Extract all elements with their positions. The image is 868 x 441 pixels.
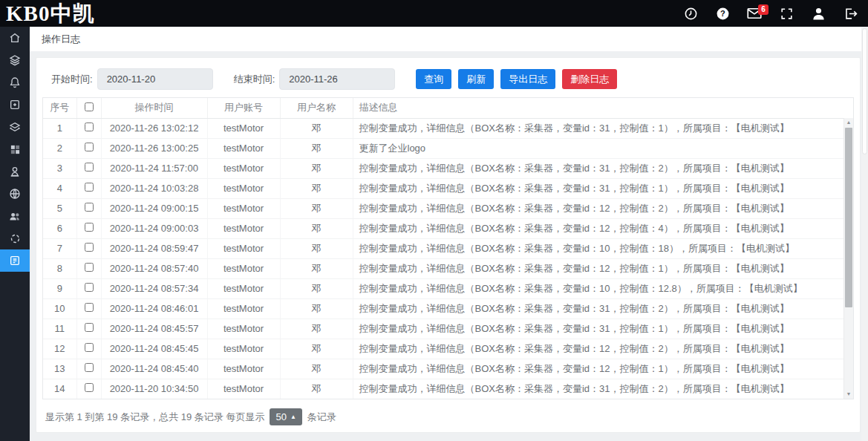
row-checkbox[interactable] (85, 263, 94, 272)
row-time: 2020-11-24 08:45:45 (101, 339, 207, 359)
row-checkbox[interactable] (85, 383, 94, 392)
row-description: 控制变量成功，详细信息（BOX名称：采集器，变量id：12，控制值：2），所属项… (353, 339, 853, 359)
table-row: 4 2020-11-24 10:03:28 testMotor 邓 控制变量成功… (43, 178, 853, 198)
table-body: 1 2020-11-26 13:02:12 testMotor 邓 控制变量成功… (43, 118, 853, 399)
log-icon[interactable] (0, 249, 30, 272)
end-time-label: 结束时间: (234, 73, 275, 86)
table-row: 7 2020-11-24 08:59:47 testMotor 邓 控制变量成功… (43, 238, 853, 258)
row-description: 控制变量成功，详细信息（BOX名称：采集器，变量id：31，控制值：2），所属项… (353, 379, 853, 399)
row-index: 12 (43, 339, 76, 359)
row-index: 4 (43, 178, 76, 198)
row-description: 控制变量成功，详细信息（BOX名称：采集器，变量id：12，控制值：2），所属项… (353, 198, 853, 218)
row-description: 控制变量成功，详细信息（BOX名称：采集器，变量id：31，控制值：2），所属项… (353, 298, 853, 318)
cloud-icon[interactable] (0, 227, 30, 249)
end-time-input[interactable] (279, 68, 395, 90)
row-name: 邓 (280, 198, 353, 218)
row-index: 11 (43, 318, 76, 339)
scrollbar-thumb[interactable] (845, 128, 852, 307)
row-time: 2020-11-26 13:00:25 (101, 138, 207, 158)
row-checkbox[interactable] (85, 343, 94, 352)
table-scrollbar[interactable]: ▲ ▼ (843, 118, 853, 399)
row-checkbox-cell (76, 379, 101, 399)
row-account: testMotor (207, 298, 280, 318)
globe-icon[interactable] (0, 183, 30, 205)
row-name: 邓 (280, 238, 353, 258)
row-checkbox[interactable] (85, 283, 94, 292)
row-index: 10 (43, 298, 76, 318)
clock-icon[interactable] (683, 6, 698, 21)
row-checkbox-cell (76, 238, 101, 258)
row-index: 6 (43, 218, 76, 238)
row-checkbox-cell (76, 218, 101, 238)
row-checkbox-cell (76, 318, 101, 339)
row-checkbox[interactable] (85, 122, 94, 131)
page-scrollbar[interactable] (861, 27, 868, 441)
users-icon[interactable] (0, 205, 30, 227)
layers-icon[interactable] (0, 49, 30, 71)
row-description: 控制变量成功，详细信息（BOX名称：采集器，变量id：31，控制值：1），所属项… (353, 118, 853, 138)
row-name: 邓 (280, 218, 353, 238)
page-scrollbar-thumb[interactable] (862, 28, 867, 154)
scroll-down-arrow[interactable]: ▼ (844, 391, 853, 398)
start-time-input[interactable] (97, 68, 213, 90)
row-description: 控制变量成功，详细信息（BOX名称：采集器，变量id：10，控制值：12.8），… (353, 278, 853, 298)
bell-icon[interactable] (0, 71, 30, 94)
caret-up-icon: ▲ (290, 414, 296, 420)
sidebar (0, 27, 30, 441)
user-pin-icon[interactable] (0, 160, 30, 183)
row-account: testMotor (207, 379, 280, 399)
row-time: 2020-11-24 08:59:47 (101, 238, 207, 258)
logout-icon[interactable] (843, 6, 858, 21)
mail-icon[interactable]: 6 (747, 6, 762, 21)
row-checkbox-cell (76, 138, 101, 158)
pagination-summary: 显示第 1 到第 19 条记录，总共 19 条记录 每页显示 (45, 411, 264, 424)
home-icon[interactable] (0, 27, 30, 49)
scroll-up-arrow[interactable]: ▲ (844, 119, 853, 126)
stack-icon[interactable] (0, 116, 30, 138)
row-checkbox-cell (76, 118, 101, 138)
table-row: 8 2020-11-24 08:57:40 testMotor 邓 控制变量成功… (43, 258, 853, 278)
query-button[interactable]: 查询 (416, 69, 451, 89)
row-time: 2020-11-24 08:57:34 (101, 278, 207, 298)
topbar: KB0中凯 ? 6 (0, 0, 868, 27)
row-account: testMotor (207, 359, 280, 379)
row-index: 9 (43, 278, 76, 298)
select-all-checkbox[interactable] (85, 102, 94, 111)
delete-logs-button[interactable]: 删除日志 (562, 69, 617, 89)
row-checkbox[interactable] (85, 363, 94, 372)
header-checkbox-cell (76, 98, 101, 118)
table-header-row: 序号 操作时间 用户账号 用户名称 描述信息 (43, 98, 853, 118)
app-window: KB0中凯 ? 6 (0, 0, 868, 441)
row-checkbox[interactable] (85, 303, 94, 312)
table-row: 9 2020-11-24 08:57:34 testMotor 邓 控制变量成功… (43, 278, 853, 298)
row-checkbox-cell (76, 359, 101, 379)
help-icon[interactable]: ? (715, 6, 730, 21)
table-row: 11 2020-11-24 08:45:57 testMotor 邓 控制变量成… (43, 318, 853, 339)
grid-icon[interactable] (0, 138, 30, 160)
fullscreen-icon[interactable] (779, 6, 794, 21)
export-logs-button[interactable]: 导出日志 (500, 69, 555, 89)
main-area: 操作日志 开始时间: 结束时间: 查询 刷新 导出日志 删除日志 (30, 27, 868, 441)
row-checkbox[interactable] (85, 163, 94, 172)
header-name: 用户名称 (280, 98, 353, 118)
row-checkbox[interactable] (85, 183, 94, 192)
pagination-bar: 显示第 1 到第 19 条记录，总共 19 条记录 每页显示 50 ▲ 条记录 (45, 408, 854, 425)
box-add-icon[interactable] (0, 94, 30, 116)
table-row: 10 2020-11-24 08:46:01 testMotor 邓 控制变量成… (43, 298, 853, 318)
row-checkbox[interactable] (85, 143, 94, 151)
row-checkbox[interactable] (85, 203, 94, 212)
row-checkbox[interactable] (85, 323, 94, 332)
row-checkbox[interactable] (85, 223, 94, 232)
row-description: 控制变量成功，详细信息（BOX名称：采集器，变量id：31，控制值：1），所属项… (353, 178, 853, 198)
refresh-button[interactable]: 刷新 (458, 69, 494, 89)
header-desc: 描述信息 (353, 98, 853, 118)
row-description: 控制变量成功，详细信息（BOX名称：采集器，变量id：10，控制值：18），所属… (353, 238, 853, 258)
start-time-label: 开始时间: (51, 73, 93, 86)
log-table: 序号 操作时间 用户账号 用户名称 描述信息 1 2020-11-26 13:0… (42, 97, 854, 399)
row-time: 2020-11-24 09:00:03 (101, 218, 207, 238)
user-icon[interactable] (811, 6, 826, 21)
page-size-select[interactable]: 50 ▲ (270, 408, 301, 425)
row-checkbox[interactable] (85, 243, 94, 252)
row-checkbox-cell (76, 158, 101, 178)
row-account: testMotor (207, 278, 280, 298)
